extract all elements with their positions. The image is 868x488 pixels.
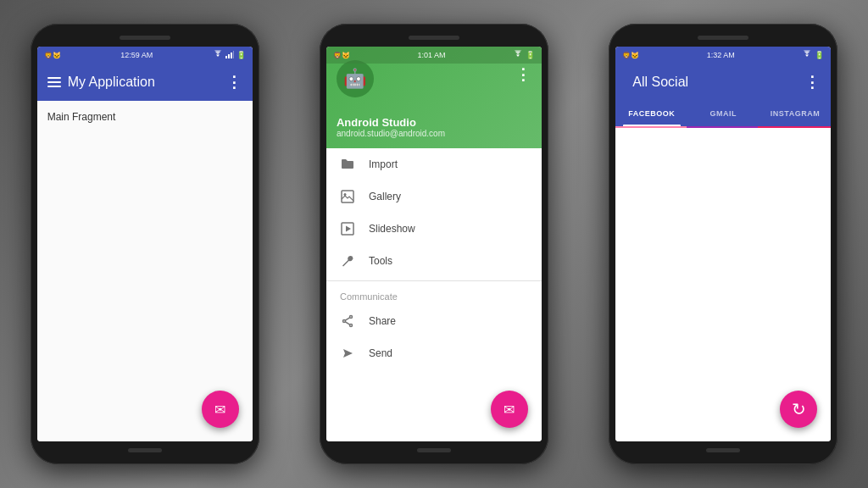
drawer-item-tools[interactable]: Tools	[326, 245, 542, 277]
wifi-icon-1	[213, 50, 223, 60]
signal-icon-1	[225, 50, 234, 60]
phone-screen-2: 🦁🐱 1:01 AM 🔋 ⋮ 🤖 Android Studio android.…	[326, 47, 542, 441]
status-left-1: 🦁🐱	[44, 52, 61, 59]
svg-rect-4	[342, 191, 353, 202]
phone-screen-1: 🦁🐱 12:59 AM 🔋 My Application ⋮	[37, 47, 253, 441]
time-2: 1:01 AM	[417, 51, 445, 59]
fab-compose-1[interactable]: ✉	[202, 391, 239, 428]
status-left-3: 🦁🐱	[622, 52, 639, 59]
email-icon-2: ✉	[504, 402, 515, 418]
send-label: Send	[369, 347, 392, 359]
send-icon	[340, 346, 355, 361]
gallery-label: Gallery	[369, 191, 401, 202]
status-icons-3: 🔋	[802, 50, 824, 60]
drawer-user-email: android.studio@android.com	[337, 129, 531, 138]
overflow-menu-button-1[interactable]: ⋮	[226, 73, 242, 92]
battery-icon-1: 🔋	[236, 51, 246, 59]
fab-compose-2[interactable]: ✉	[491, 391, 528, 428]
play-icon	[340, 221, 355, 236]
drawer-item-slideshow[interactable]: Slideshow	[326, 213, 542, 245]
svg-line-11	[345, 318, 349, 320]
tools-label: Tools	[369, 255, 392, 267]
share-icon	[340, 313, 355, 329]
overflow-menu-button-3[interactable]: ⋮	[804, 73, 821, 92]
drawer-item-gallery[interactable]: Gallery	[326, 180, 542, 213]
fab-refresh-3[interactable]: ↻	[780, 391, 817, 428]
carrier-icons-3: 🦁🐱	[622, 52, 639, 59]
drawer-user-name: Android Studio	[337, 116, 531, 129]
status-icons-1: 🔋	[213, 50, 246, 60]
app-bar-3: All Social ⋮	[615, 64, 831, 101]
app-bar-1: My Application ⋮	[37, 64, 253, 101]
email-icon-1: ✉	[214, 402, 225, 418]
app-title-1: My Application	[68, 75, 226, 90]
svg-line-12	[345, 322, 349, 324]
svg-point-9	[349, 324, 352, 327]
wifi-icon-2	[513, 50, 523, 60]
refresh-icon: ↻	[792, 399, 806, 419]
app-title-3: All Social	[632, 75, 804, 90]
phone-speaker-1	[120, 36, 170, 40]
import-label: Import	[369, 158, 398, 170]
phone-home-2	[417, 448, 451, 452]
svg-rect-1	[228, 54, 230, 58]
phone-3: 🦁🐱 1:32 AM 🔋 All Social ⋮ FACEBOOK GMAIL	[609, 24, 837, 464]
image-icon	[340, 189, 355, 204]
status-bar-3: 🦁🐱 1:32 AM 🔋	[615, 47, 831, 64]
status-bar-1: 🦁🐱 12:59 AM 🔋	[37, 47, 253, 64]
phone-1: 🦁🐱 12:59 AM 🔋 My Application ⋮	[31, 24, 259, 464]
svg-marker-13	[343, 349, 353, 358]
phone-speaker-2	[409, 36, 459, 40]
svg-point-8	[349, 316, 352, 319]
phone-home-3	[706, 448, 740, 452]
time-3: 1:32 AM	[707, 51, 735, 59]
phone-screen-3: 🦁🐱 1:32 AM 🔋 All Social ⋮ FACEBOOK GMAIL	[615, 47, 831, 441]
drawer-divider	[326, 280, 542, 281]
battery-icon-3: 🔋	[815, 51, 824, 59]
status-icons-2: 🔋	[513, 50, 535, 60]
tab-instagram[interactable]: INSTAGRAM	[760, 101, 832, 126]
folder-icon	[340, 157, 355, 172]
svg-point-10	[342, 320, 345, 323]
svg-rect-3	[233, 51, 234, 58]
tab-gmail[interactable]: GMAIL	[687, 101, 760, 126]
status-bar-2: 🦁🐱 1:01 AM 🔋	[326, 47, 542, 64]
hamburger-menu-button-1[interactable]	[47, 77, 61, 87]
phone-speaker-3	[698, 36, 748, 40]
carrier-icons-2: 🦁🐱	[333, 52, 350, 59]
battery-icon-2: 🔋	[526, 51, 535, 59]
communicate-section-label: Communicate	[326, 285, 542, 305]
main-fragment-label: Main Fragment	[47, 111, 116, 123]
phone-home-1	[128, 448, 162, 452]
svg-rect-2	[231, 53, 232, 58]
status-left-2: 🦁🐱	[333, 52, 350, 59]
tab-facebook[interactable]: FACEBOOK	[615, 101, 687, 126]
overflow-menu-button-2[interactable]: ⋮	[515, 66, 531, 83]
svg-marker-7	[346, 226, 351, 232]
phone-2: 🦁🐱 1:01 AM 🔋 ⋮ 🤖 Android Studio android.…	[320, 24, 548, 464]
tabs-bar: FACEBOOK GMAIL INSTAGRAM	[615, 101, 831, 126]
drawer-item-share[interactable]: Share	[326, 305, 542, 337]
main-content-1: Main Fragment ✉	[37, 101, 253, 441]
wrench-icon	[340, 253, 355, 269]
android-robot-icon: 🤖	[343, 68, 366, 90]
carrier-icons-1: 🦁🐱	[44, 52, 61, 59]
share-label: Share	[369, 315, 396, 327]
wifi-icon-3	[802, 50, 812, 60]
drawer-item-import[interactable]: Import	[326, 148, 542, 180]
drawer-item-send[interactable]: Send	[326, 337, 542, 369]
time-1: 12:59 AM	[120, 51, 153, 59]
drawer-avatar: 🤖	[337, 60, 374, 97]
slideshow-label: Slideshow	[369, 223, 415, 235]
svg-rect-0	[225, 56, 227, 58]
